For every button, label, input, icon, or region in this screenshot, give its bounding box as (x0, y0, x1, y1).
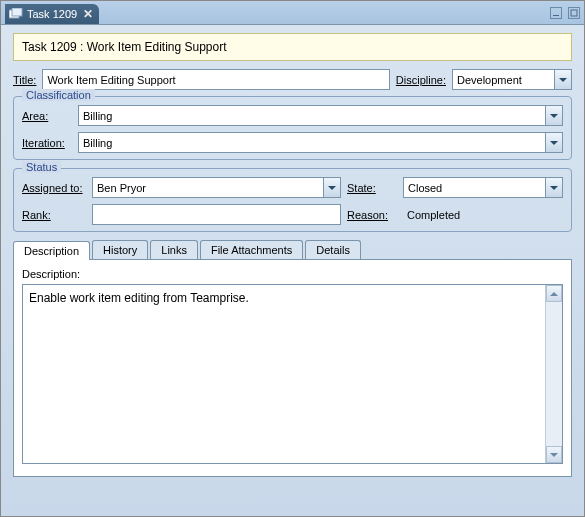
description-field-wrap (22, 284, 563, 464)
rank-input[interactable] (92, 204, 341, 225)
header-controls (550, 7, 580, 19)
area-select[interactable]: Billing (78, 105, 563, 126)
scroll-track[interactable] (546, 302, 562, 446)
status-group: Status Assigned to: Ben Pryor State: Clo… (13, 168, 572, 232)
chevron-down-icon (545, 133, 562, 152)
scroll-down-button[interactable] (546, 446, 562, 463)
description-textarea[interactable] (23, 285, 545, 463)
state-label: State: (347, 182, 397, 194)
close-icon[interactable]: ✕ (83, 7, 93, 21)
area-label: Area: (22, 110, 72, 122)
area-value: Billing (83, 110, 112, 122)
chevron-down-icon (554, 70, 571, 89)
editor-content: Task 1209 : Work Item Editing Support Ti… (1, 25, 584, 516)
chevron-down-icon (545, 106, 562, 125)
svg-rect-1 (12, 8, 22, 16)
chevron-down-icon (545, 178, 562, 197)
description-label: Description: (22, 268, 563, 280)
scroll-up-button[interactable] (546, 285, 562, 302)
rank-label: Rank: (22, 209, 86, 221)
tab-panel: Description: (13, 259, 572, 477)
tab-description[interactable]: Description (13, 241, 90, 260)
editor-tab[interactable]: Task 1209 ✕ (5, 4, 99, 24)
editor-header: Task 1209 ✕ (1, 1, 584, 25)
svg-rect-3 (571, 10, 577, 16)
tab-bar: Description History Links File Attachmen… (13, 240, 572, 259)
tab-file-attachments[interactable]: File Attachments (200, 240, 303, 259)
title-input[interactable] (42, 69, 389, 90)
scrollbar[interactable] (545, 285, 562, 463)
status-legend: Status (22, 161, 61, 173)
chevron-down-icon (323, 178, 340, 197)
assigned-value: Ben Pryor (97, 182, 146, 194)
state-value: Closed (408, 182, 442, 194)
tab-history[interactable]: History (92, 240, 148, 259)
iteration-label: Iteration: (22, 137, 72, 149)
assigned-select[interactable]: Ben Pryor (92, 177, 341, 198)
tab-details[interactable]: Details (305, 240, 361, 259)
assigned-label: Assigned to: (22, 182, 86, 194)
maximize-button[interactable] (568, 7, 580, 19)
classification-legend: Classification (22, 89, 95, 101)
reason-value: Completed (403, 207, 563, 223)
reason-label: Reason: (347, 209, 397, 221)
iteration-value: Billing (83, 137, 112, 149)
title-label: Title: (13, 74, 36, 86)
discipline-select[interactable]: Development (452, 69, 572, 90)
editor-tab-title: Task 1209 (27, 8, 77, 20)
minimize-button[interactable] (550, 7, 562, 19)
discipline-label: Discipline: (396, 74, 446, 86)
classification-group: Classification Area: Billing Iteration: … (13, 96, 572, 160)
discipline-value: Development (457, 74, 522, 86)
task-icon (9, 8, 23, 20)
state-select[interactable]: Closed (403, 177, 563, 198)
svg-rect-2 (553, 15, 559, 16)
tab-links[interactable]: Links (150, 240, 198, 259)
task-banner: Task 1209 : Work Item Editing Support (13, 33, 572, 61)
iteration-select[interactable]: Billing (78, 132, 563, 153)
